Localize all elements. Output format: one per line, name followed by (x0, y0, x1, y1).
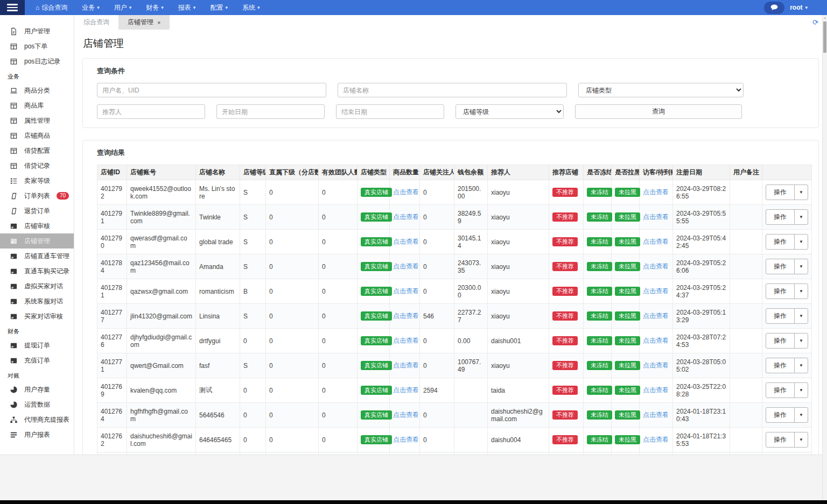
visitors-view-link[interactable]: 点击查看 (643, 262, 669, 270)
nav-item-report[interactable]: 报表▾ (178, 3, 196, 12)
sidebar-item-pos-log[interactable]: pos日志记录 (0, 54, 74, 69)
action-dropdown-button[interactable]: ▼ (795, 309, 808, 323)
visitors-view-link[interactable]: 点击查看 (643, 287, 669, 295)
action-button[interactable]: 操作 (766, 284, 795, 299)
menu-toggle-button[interactable] (0, 0, 25, 15)
sidebar-item-operation-data[interactable]: 运营数据 (0, 397, 74, 412)
action-dropdown-button[interactable]: ▼ (795, 185, 808, 200)
goods-view-link[interactable]: 点击查看 (393, 287, 419, 295)
sidebar-item-shop-train-management[interactable]: 店铺直通车管理 (0, 249, 74, 264)
goods-view-link[interactable]: 点击查看 (393, 337, 419, 344)
goods-view-link[interactable]: 点击查看 (393, 411, 419, 418)
visitors-view-link[interactable]: 点击查看 (643, 386, 669, 394)
shop-type-select[interactable]: 店铺类型 (578, 83, 744, 97)
close-icon[interactable]: × (157, 19, 160, 26)
sidebar-item-system-service-chat[interactable]: 系统客服对话 (0, 294, 74, 309)
sidebar-item-agent-report[interactable]: 代理商充提报表 (0, 412, 74, 427)
goods-view-link[interactable]: 点击查看 (393, 213, 419, 221)
action-button[interactable]: 操作 (766, 432, 795, 447)
action-button[interactable]: 操作 (766, 259, 795, 274)
visitors-view-link[interactable]: 点击查看 (643, 361, 669, 369)
tab-summary[interactable]: 综合查询 (74, 15, 118, 30)
sitemap-icon (10, 416, 18, 424)
vertical-scrollbar[interactable]: ▲ (822, 15, 827, 500)
search-button[interactable]: 查询 (575, 104, 742, 119)
action-button[interactable]: 操作 (766, 358, 795, 373)
messages-button[interactable] (764, 2, 784, 14)
action-button[interactable]: 操作 (766, 309, 795, 323)
goods-view-link[interactable]: 点击查看 (393, 312, 419, 320)
visitors-view-link[interactable]: 点击查看 (643, 337, 669, 344)
username-uid-input[interactable] (97, 83, 326, 97)
goods-view-link[interactable]: 点击查看 (393, 238, 419, 245)
sidebar-item-recharge-order[interactable]: 充值订单 (0, 353, 74, 368)
goods-view-link[interactable]: 点击查看 (393, 436, 419, 443)
visitors-view-link[interactable]: 点击查看 (643, 188, 669, 196)
sidebar-item-loan-config[interactable]: 借贷配置 (0, 143, 74, 158)
nav-item-business[interactable]: 业务▾ (82, 3, 100, 12)
visitors-view-link[interactable]: 点击查看 (643, 238, 669, 245)
cell-recommend: 不推荐 (549, 329, 584, 353)
sidebar-item-shop-audit[interactable]: 店铺审核 (0, 218, 74, 233)
nav-item-finance[interactable]: 财务▾ (146, 3, 164, 12)
nav-item-summary[interactable]: ⌂综合查询 (36, 3, 67, 12)
goods-view-link[interactable]: 点击查看 (393, 386, 419, 394)
action-dropdown-button[interactable]: ▼ (795, 358, 808, 373)
table-row: 4012784qaz123456@mail.comAmandaS00真实店铺点击… (97, 254, 812, 279)
goods-view-link[interactable]: 点击查看 (393, 361, 419, 369)
sidebar-item-attribute-management[interactable]: 属性管理 (0, 113, 74, 128)
cell-visitors: 点击查看 (640, 403, 673, 428)
visitors-view-link[interactable]: 点击查看 (643, 312, 669, 320)
action-button[interactable]: 操作 (766, 383, 795, 397)
action-dropdown-button[interactable]: ▼ (795, 408, 808, 422)
sidebar-item-goods-category[interactable]: 商品分类 (0, 83, 74, 98)
sidebar-item-virtual-buyer-chat[interactable]: 虚拟买家对话 (0, 279, 74, 294)
action-button[interactable]: 操作 (766, 408, 795, 422)
cell-blacklist: 未拉黑 (612, 428, 640, 452)
sidebar-item-goods-library[interactable]: 商品库 (0, 98, 74, 113)
goods-view-link[interactable]: 点击查看 (393, 188, 419, 196)
scroll-up-icon[interactable]: ▲ (823, 15, 827, 19)
action-dropdown-button[interactable]: ▼ (795, 210, 808, 224)
sidebar-item-return-order[interactable]: 退货订单 (0, 203, 74, 218)
refresh-icon[interactable]: ⟳ (812, 18, 818, 26)
tab-shop-management[interactable]: 店铺管理× (118, 15, 170, 30)
start-date-input[interactable] (216, 104, 325, 119)
user-menu[interactable]: root ▾ (790, 4, 808, 11)
referrer-input[interactable] (97, 104, 205, 119)
status-badge: 未冻结 (587, 212, 612, 222)
visitors-view-link[interactable]: 点击查看 (643, 411, 669, 418)
action-dropdown-button[interactable]: ▼ (795, 432, 808, 447)
sidebar-item-withdraw-order[interactable]: 提现订单 (0, 338, 74, 353)
nav-item-system[interactable]: 系统▾ (242, 3, 260, 12)
shop-name-input[interactable] (338, 83, 567, 97)
sidebar-item-user-stock[interactable]: 用户存量 (0, 382, 74, 397)
sidebar-item-user-report[interactable]: 用户报表 (0, 427, 74, 442)
nav-item-user[interactable]: 用户▾ (114, 3, 132, 12)
action-button[interactable]: 操作 (766, 210, 795, 224)
sidebar-item-order-list[interactable]: 订单列表70 (0, 188, 74, 203)
shop-level-select[interactable]: 店铺等级 (455, 104, 564, 119)
action-dropdown-button[interactable]: ▼ (795, 259, 808, 274)
sidebar-item-seller-level[interactable]: 卖家等级 (0, 173, 74, 188)
action-dropdown-button[interactable]: ▼ (795, 383, 808, 397)
visitors-view-link[interactable]: 点击查看 (643, 213, 669, 221)
sidebar-item-train-purchase-record[interactable]: 直通车购买记录 (0, 264, 74, 279)
visitors-view-link[interactable]: 点击查看 (643, 436, 669, 443)
sidebar-item-buyer-chat-audit[interactable]: 买家对话审核 (0, 309, 74, 324)
scrollbar-thumb[interactable] (823, 22, 826, 53)
action-button[interactable]: 操作 (766, 185, 795, 200)
sidebar-item-user-management[interactable]: 用户管理 (0, 24, 74, 39)
sidebar-item-shop-management[interactable]: 店铺管理 (0, 233, 74, 249)
action-button[interactable]: 操作 (766, 333, 795, 348)
action-dropdown-button[interactable]: ▼ (795, 235, 808, 249)
nav-item-config[interactable]: 配置▾ (210, 3, 228, 12)
action-dropdown-button[interactable]: ▼ (795, 333, 808, 348)
sidebar-item-shop-goods[interactable]: 店铺商品 (0, 128, 74, 143)
action-button[interactable]: 操作 (766, 235, 795, 249)
end-date-input[interactable] (336, 104, 444, 119)
goods-view-link[interactable]: 点击查看 (393, 262, 419, 270)
sidebar-item-loan-record[interactable]: 借贷记录 (0, 158, 74, 173)
action-dropdown-button[interactable]: ▼ (795, 284, 808, 299)
sidebar-item-pos-order[interactable]: pos下单 (0, 39, 74, 54)
